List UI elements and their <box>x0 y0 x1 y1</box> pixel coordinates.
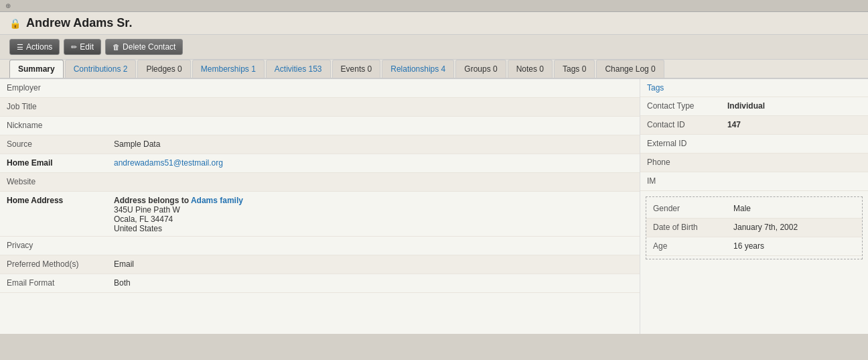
dashed-value-age: 16 years <box>727 237 862 255</box>
pencil-icon: ✏ <box>71 43 77 52</box>
address-line2: Ocala, FL 34474 <box>114 215 633 224</box>
right-field-row-external_id: External ID <box>640 135 868 154</box>
tabs-bar: SummaryContributions 2Pledges 0Membershi… <box>0 60 868 79</box>
address-line3: United States <box>114 224 633 233</box>
plus-icon: ⊕ <box>5 2 11 9</box>
right-label-phone: Phone <box>640 154 721 172</box>
tab-relationships[interactable]: Relationships 4 <box>382 60 454 78</box>
tab-changelog[interactable]: Change Log 0 <box>596 60 664 78</box>
dashed-value-dob: January 7th, 2002 <box>727 219 862 237</box>
actions-button[interactable]: ☰ Actions <box>9 39 60 55</box>
tags-label: Tags <box>647 83 664 93</box>
field-label-preferred_method: Preferred Method(s) <box>0 255 107 274</box>
menu-icon: ☰ <box>17 43 23 52</box>
right-value-phone <box>721 154 868 172</box>
left-panel: EmployerJob TitleNicknameSourceSample Da… <box>0 79 640 334</box>
field-row-preferred_method: Preferred Method(s)Email <box>0 255 640 274</box>
lock-icon: 🔒 <box>9 18 21 29</box>
dashed-value-gender: Male <box>727 200 862 218</box>
right-field-row-im: IM <box>640 172 868 191</box>
field-label-website: Website <box>0 173 107 191</box>
right-value-contact_id: 147 <box>721 116 868 134</box>
delete-label: Delete Contact <box>123 42 175 52</box>
demographics-box: GenderMaleDate of BirthJanuary 7th, 2002… <box>646 196 863 259</box>
field-value-home_email: andrewadams51@testmail.org <box>107 154 640 172</box>
right-value-im <box>721 172 868 190</box>
field-value-preferred_method: Email <box>107 255 640 274</box>
main-content: EmployerJob TitleNicknameSourceSample Da… <box>0 79 868 334</box>
contact-title: Andrew Adams Sr. <box>26 16 132 30</box>
tab-memberships[interactable]: Memberships 1 <box>192 60 265 78</box>
address-family-line: Address belongs to Adams family <box>114 196 633 205</box>
field-row-privacy: Privacy <box>0 237 640 255</box>
delete-button[interactable]: 🗑 Delete Contact <box>105 39 183 55</box>
right-label-contact_id: Contact ID <box>640 116 721 134</box>
trash-icon: 🗑 <box>113 43 120 51</box>
field-row-nickname: Nickname <box>0 117 640 135</box>
dashed-label-dob: Date of Birth <box>646 219 727 237</box>
right-label-external_id: External ID <box>640 135 721 153</box>
actions-label: Actions <box>26 42 52 52</box>
field-value-employer <box>107 79 640 97</box>
field-label-employer: Employer <box>0 79 107 97</box>
edit-label: Edit <box>80 42 94 52</box>
field-row-home_email: Home Emailandrewadams51@testmail.org <box>0 154 640 173</box>
field-label-job_title: Job Title <box>0 98 107 116</box>
field-value-privacy <box>107 237 640 255</box>
dashed-field-row-gender: GenderMale <box>646 200 862 219</box>
right-value-external_id <box>721 135 868 153</box>
field-label-email_format: Email Format <box>0 274 107 292</box>
field-label-privacy: Privacy <box>0 237 107 255</box>
field-value-website <box>107 173 640 191</box>
field-value-home-address: Address belongs to Adams family345U Pine… <box>107 192 640 236</box>
field-row-source: SourceSample Data <box>0 135 640 154</box>
field-row-job_title: Job Title <box>0 98 640 117</box>
field-label-home_email: Home Email <box>0 154 107 172</box>
field-value-job_title <box>107 98 640 116</box>
field-row-employer: Employer <box>0 79 640 98</box>
tab-groups[interactable]: Groups 0 <box>455 60 506 78</box>
field-link-home_email[interactable]: andrewadams51@testmail.org <box>114 158 223 168</box>
dashed-label-age: Age <box>646 237 727 255</box>
tab-pledges[interactable]: Pledges 0 <box>137 60 190 78</box>
field-label-source: Source <box>0 135 107 154</box>
tab-events[interactable]: Events 0 <box>332 60 381 78</box>
right-panel: Tags Contact TypeIndividualContact ID147… <box>640 79 868 334</box>
tab-notes[interactable]: Notes 0 <box>508 60 553 78</box>
tab-summary[interactable]: Summary <box>9 60 64 78</box>
field-value-source: Sample Data <box>107 135 640 154</box>
field-value-email_format: Both <box>107 274 640 292</box>
field-label-nickname: Nickname <box>0 117 107 135</box>
tab-tags[interactable]: Tags 0 <box>554 60 595 78</box>
right-field-row-contact_id: Contact ID147 <box>640 116 868 135</box>
contact-header: 🔒 Andrew Adams Sr. <box>0 12 868 35</box>
dashed-field-row-dob: Date of BirthJanuary 7th, 2002 <box>646 219 862 237</box>
edit-button[interactable]: ✏ Edit <box>64 39 101 55</box>
tab-activities[interactable]: Activities 153 <box>266 60 331 78</box>
right-field-row-contact_type: Contact TypeIndividual <box>640 97 868 116</box>
address-line1: 345U Pine Path W <box>114 205 633 215</box>
right-label-contact_type: Contact Type <box>640 97 721 115</box>
right-field-row-phone: Phone <box>640 154 868 172</box>
tab-contributions[interactable]: Contributions 2 <box>65 60 137 78</box>
toolbar: ☰ Actions ✏ Edit 🗑 Delete Contact <box>0 35 868 60</box>
field-row-email_format: Email FormatBoth <box>0 274 640 293</box>
field-row-website: Website <box>0 173 640 192</box>
right-value-contact_type: Individual <box>721 97 868 115</box>
family-link[interactable]: Adams family <box>191 196 243 205</box>
tags-header: Tags <box>640 79 868 97</box>
field-label-home-address: Home Address <box>0 192 107 209</box>
dashed-label-gender: Gender <box>646 200 727 218</box>
field-row-home-address: Home AddressAddress belongs to Adams fam… <box>0 192 640 237</box>
right-label-im: IM <box>640 172 721 190</box>
top-bar: ⊕ <box>0 0 868 12</box>
field-value-nickname <box>107 117 640 135</box>
dashed-field-row-age: Age16 years <box>646 237 862 256</box>
